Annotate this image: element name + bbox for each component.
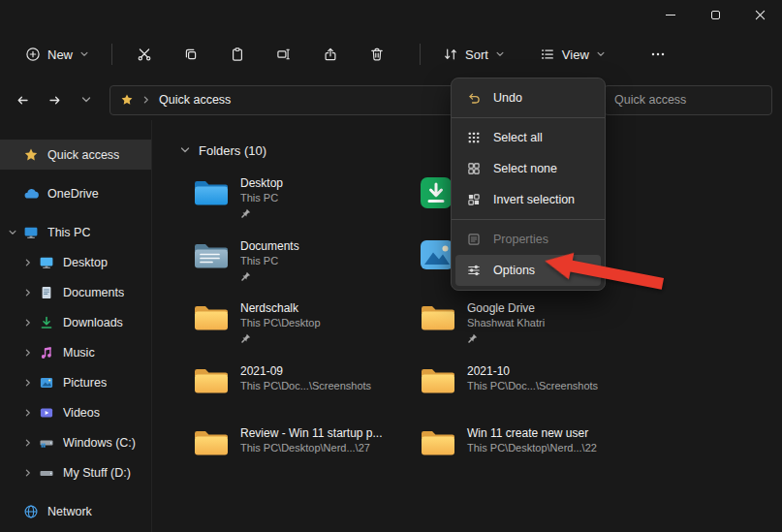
folder-location: This PC\Desktop bbox=[240, 316, 321, 330]
folder-location: This PC bbox=[240, 191, 283, 205]
select-none-icon bbox=[466, 161, 482, 176]
options-icon bbox=[466, 263, 482, 278]
this-pc-icon bbox=[23, 225, 39, 240]
expander-chevron-icon[interactable] bbox=[23, 288, 33, 297]
expander-chevron-icon[interactable] bbox=[23, 258, 33, 267]
title-bar bbox=[0, 0, 782, 29]
share-button[interactable] bbox=[311, 37, 350, 72]
drive-c-icon bbox=[39, 435, 54, 451]
toolbar-separator bbox=[111, 44, 112, 65]
folder-location: This PC\Doc...\Screenshots bbox=[240, 379, 371, 393]
sidebar-item-desktop[interactable]: Desktop bbox=[0, 247, 151, 277]
folder-location: This PC bbox=[240, 254, 299, 268]
sidebar-item-downloads[interactable]: Downloads bbox=[0, 307, 151, 337]
menu-item-select-all[interactable]: Select all bbox=[455, 122, 601, 153]
chevron-down-icon bbox=[596, 49, 606, 59]
expander-chevron-icon[interactable] bbox=[23, 348, 33, 358]
folder-tile[interactable]: Review - Win 11 startup p... This PC\Des… bbox=[179, 426, 406, 489]
music-icon bbox=[39, 345, 54, 360]
copy-icon bbox=[183, 47, 199, 62]
network-globe-icon bbox=[23, 504, 39, 519]
recent-locations-button[interactable] bbox=[74, 87, 99, 112]
folder-tile[interactable]: Desktop This PC bbox=[179, 176, 406, 239]
sort-button[interactable]: Sort bbox=[433, 39, 515, 70]
sidebar-item-music[interactable]: Music bbox=[0, 337, 151, 367]
expander-chevron-icon[interactable] bbox=[8, 228, 17, 237]
undo-icon bbox=[466, 90, 482, 106]
videos-icon bbox=[39, 405, 54, 421]
expander-chevron-icon[interactable] bbox=[23, 468, 33, 478]
folder-tile[interactable]: 2021-10 This PC\Doc...\Screenshots bbox=[406, 364, 633, 427]
sidebar-item-this-pc[interactable]: This PC bbox=[0, 217, 151, 247]
chevron-down-icon bbox=[495, 49, 505, 59]
expander-chevron-icon[interactable] bbox=[23, 378, 33, 388]
expander-chevron-icon[interactable] bbox=[23, 318, 33, 328]
expander-chevron-icon[interactable] bbox=[23, 438, 33, 448]
sort-icon bbox=[443, 47, 458, 62]
arrow-left-icon bbox=[16, 93, 30, 108]
pin-icon bbox=[240, 208, 251, 219]
sidebar-item-my-stuff-d[interactable]: My Stuff (D:) bbox=[0, 457, 151, 487]
sidebar-item-label: Desktop bbox=[63, 256, 108, 269]
folder-tile[interactable]: Google Drive Shashwat Khatri bbox=[406, 301, 633, 364]
view-button[interactable]: View bbox=[530, 39, 615, 70]
paste-button[interactable] bbox=[218, 37, 257, 72]
pin-icon bbox=[467, 333, 478, 344]
view-button-label: View bbox=[562, 47, 589, 62]
menu-item-label: Select none bbox=[493, 162, 557, 175]
forward-button[interactable] bbox=[42, 87, 67, 112]
sidebar-item-videos[interactable]: Videos bbox=[0, 397, 151, 427]
group-collapse-chevron-icon[interactable] bbox=[179, 144, 191, 156]
menu-separator bbox=[452, 117, 605, 118]
search-input[interactable] bbox=[604, 85, 772, 115]
sidebar-item-onedrive[interactable]: OneDrive bbox=[0, 178, 151, 208]
copy-button[interactable] bbox=[172, 37, 210, 72]
downloads-icon bbox=[39, 315, 54, 330]
sidebar-item-label: My Stuff (D:) bbox=[63, 466, 131, 480]
menu-item-options[interactable]: Options bbox=[455, 255, 601, 286]
share-icon bbox=[323, 47, 338, 62]
cut-button[interactable] bbox=[125, 37, 164, 72]
pin-icon bbox=[240, 271, 251, 282]
trash-icon bbox=[369, 47, 385, 62]
back-button[interactable] bbox=[10, 87, 35, 112]
breadcrumb[interactable]: Quick access bbox=[159, 93, 231, 107]
properties-icon bbox=[466, 232, 482, 247]
menu-item-label: Undo bbox=[493, 91, 522, 105]
pictures-icon bbox=[39, 375, 54, 391]
sidebar-item-documents[interactable]: Documents bbox=[0, 277, 151, 307]
see-more-button[interactable] bbox=[639, 37, 677, 72]
folder-tile[interactable]: Nerdschalk This PC\Desktop bbox=[179, 301, 406, 364]
sidebar-item-label: Music bbox=[63, 346, 95, 360]
close-button[interactable] bbox=[737, 0, 782, 29]
folder-icon bbox=[193, 426, 230, 457]
folder-tile[interactable]: 2021-09 This PC\Doc...\Screenshots bbox=[179, 364, 406, 427]
folder-tile[interactable]: Documents This PC bbox=[179, 239, 406, 302]
menu-item-select-none[interactable]: Select none bbox=[455, 153, 601, 184]
menu-item-invert-selection[interactable]: Invert selection bbox=[455, 184, 601, 215]
plus-circle-icon bbox=[25, 47, 41, 62]
sidebar-item-label: Documents bbox=[63, 286, 124, 299]
drive-d-icon bbox=[39, 465, 54, 481]
desktop-folder-icon bbox=[193, 176, 230, 207]
new-button[interactable]: New bbox=[16, 39, 99, 70]
menu-separator bbox=[452, 219, 605, 220]
sidebar-item-pictures[interactable]: Pictures bbox=[0, 367, 151, 397]
maximize-button[interactable] bbox=[693, 0, 737, 29]
invert-selection-icon bbox=[466, 192, 482, 207]
sidebar-item-windows-c[interactable]: Windows (C:) bbox=[0, 427, 151, 457]
menu-item-label: Select all bbox=[493, 131, 543, 144]
rename-button[interactable] bbox=[265, 37, 303, 72]
sidebar-item-quick-access[interactable]: Quick access bbox=[0, 140, 151, 170]
folder-tile[interactable]: Win 11 create new user This PC\Desktop\N… bbox=[406, 426, 633, 489]
menu-item-undo[interactable]: Undo bbox=[455, 82, 601, 113]
sidebar-item-label: Windows (C:) bbox=[63, 436, 136, 450]
sidebar-item-label: Downloads bbox=[63, 316, 123, 329]
expander-chevron-icon[interactable] bbox=[23, 408, 33, 418]
menu-item-label: Properties bbox=[493, 233, 548, 246]
delete-button[interactable] bbox=[358, 37, 396, 72]
sidebar-item-label: This PC bbox=[47, 226, 90, 239]
minimize-button[interactable] bbox=[648, 0, 693, 29]
folder-name: Win 11 create new user bbox=[467, 426, 597, 441]
sidebar-item-network[interactable]: Network bbox=[0, 496, 151, 526]
